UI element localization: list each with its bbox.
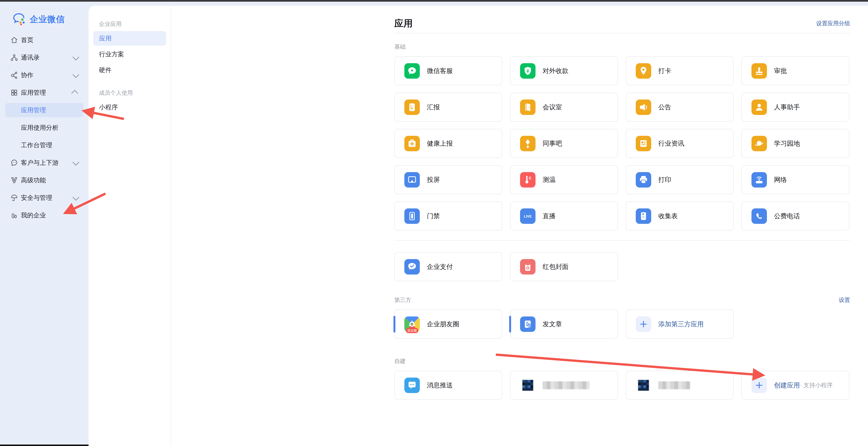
sidebar-item-label: 高级功能: [21, 176, 46, 184]
add-app-card-创建应用[interactable]: 创建应用 · 支持小程序: [741, 371, 849, 400]
app-name: 审批: [774, 67, 787, 75]
subnav-item-label: 行业方案: [99, 50, 124, 59]
sidebar-subitem-应用使用分析[interactable]: 应用使用分析: [0, 119, 89, 136]
article-icon: [520, 316, 535, 332]
section-divider: [394, 240, 850, 241]
app-name: 门禁: [427, 212, 440, 220]
subnav-section-header: 成员个人使用: [89, 87, 170, 99]
sidebar-item-首页[interactable]: 首页: [0, 31, 89, 49]
sidebar-item-label: 协作: [21, 71, 33, 79]
app-name: 企业朋友圈: [427, 320, 459, 329]
stamp-icon: [751, 63, 767, 79]
app-card-发文章[interactable]: 发文章: [510, 310, 618, 339]
redacted-app-card[interactable]: [626, 371, 734, 400]
sidebar-subitem-label: 工作台管理: [21, 141, 52, 149]
subnav-item-小程序[interactable]: 小程序: [89, 99, 170, 115]
app-name: 对外收款: [542, 67, 568, 75]
printer-icon: [636, 172, 651, 187]
medkit-icon: [404, 136, 420, 151]
section-action-link[interactable]: 设置: [839, 296, 850, 304]
app-name: 收集表: [658, 212, 678, 220]
app-card-打卡[interactable]: 打卡: [626, 56, 734, 85]
app-card-直播[interactable]: LIVE直播: [510, 202, 618, 231]
secondary-sidebar: 企业应用应用行业方案硬件成员个人使用小程序: [89, 6, 171, 446]
window-bottom-edge: [0, 445, 89, 446]
app-card-红包封面[interactable]: 红包封面: [510, 252, 618, 281]
app-card-健康上报[interactable]: 健康上报: [394, 129, 502, 158]
app-card-汇报[interactable]: 汇报: [394, 93, 502, 122]
app-name: 公费电话: [774, 212, 800, 220]
subnav-item-硬件[interactable]: 硬件: [89, 62, 170, 78]
app-name: 网络: [774, 175, 787, 184]
app-card-公费电话[interactable]: 公费电话: [741, 202, 849, 231]
subnav-item-行业方案[interactable]: 行业方案: [89, 46, 170, 62]
app-name: 学习园地: [774, 139, 800, 148]
app-name: 红包封面: [542, 263, 568, 271]
app-card-公告[interactable]: 公告: [626, 93, 734, 122]
svg-text:¥: ¥: [527, 68, 529, 73]
sidebar-subitem-工作台管理[interactable]: 工作台管理: [0, 136, 89, 154]
sidebar-item-安全与管理[interactable]: 安全与管理: [0, 189, 89, 207]
main-panel: 企业应用应用行业方案硬件成员个人使用小程序 应用 设置应用分组 基础微信客服¥对…: [89, 6, 868, 446]
app-card-投屏[interactable]: 投屏: [394, 165, 502, 194]
app-card-行业资讯[interactable]: 行业资讯: [626, 129, 734, 158]
primary-sidebar: 企业微信 首页通讯录协作应用管理应用管理应用使用分析工作台管理客户与上下游高级功…: [0, 2, 89, 446]
set-app-group-link[interactable]: 设置应用分组: [816, 20, 850, 27]
chat-icon: [404, 63, 420, 79]
subnav-item-label: 应用: [99, 34, 112, 43]
app-card-微信客服[interactable]: 微信客服: [394, 56, 502, 85]
app-card-对外收款[interactable]: ¥对外收款: [510, 56, 618, 85]
megaphone-icon: [636, 100, 651, 115]
app-card-学习园地[interactable]: 学习园地: [741, 129, 849, 158]
sidebar-item-协作[interactable]: 协作: [0, 66, 89, 84]
brand-logo[interactable]: 企业微信: [12, 12, 89, 26]
redacted-app-name: [658, 381, 690, 389]
app-card-打印[interactable]: 打印: [626, 165, 734, 194]
phone-icon: [751, 208, 767, 224]
brand-name: 企业微信: [30, 13, 65, 25]
sidebar-item-客户与上下游[interactable]: 客户与上下游: [0, 154, 89, 171]
app-card-企业支付[interactable]: 企业支付: [394, 252, 502, 281]
redacted-app-icon: [520, 378, 535, 393]
app-name: 消息推送: [427, 381, 453, 390]
cast-icon: [404, 172, 420, 187]
my-company-icon: [10, 211, 19, 219]
sidebar-subitem-应用管理-selected[interactable]: 应用管理: [5, 103, 84, 117]
app-name: 健康上报: [427, 139, 453, 148]
app-name: 打印: [658, 175, 671, 184]
app-card-网络[interactable]: 网络: [741, 165, 849, 194]
app-card-会议室[interactable]: 会议室: [510, 93, 618, 122]
content-area: 应用 设置应用分组 基础微信客服¥对外收款打卡审批汇报会议室公告人事助手健康上报…: [394, 6, 850, 400]
app-card-同事吧[interactable]: 同事吧: [510, 129, 618, 158]
sidebar-item-我的企业[interactable]: 我的企业: [0, 207, 89, 224]
sidebar-item-label: 客户与上下游: [21, 159, 59, 167]
add-app-card-添加第三方应用[interactable]: 添加第三方应用: [626, 310, 734, 339]
sidebar-item-高级功能[interactable]: 高级功能: [0, 171, 89, 189]
app-card-门禁[interactable]: 门禁: [394, 202, 502, 231]
section-label-自建: 自建: [394, 357, 406, 365]
app-card-测温[interactable]: 测温: [510, 165, 618, 194]
subnav-item-应用-selected[interactable]: 应用: [93, 31, 166, 46]
subnav-section-header: 企业应用: [89, 18, 170, 30]
app-name: 同事吧: [542, 139, 562, 148]
app-card-人事助手[interactable]: 人事助手: [741, 93, 849, 122]
thermometer-icon: [520, 172, 535, 187]
sidebar-item-应用管理[interactable]: 应用管理: [0, 84, 89, 101]
page-title: 应用: [394, 17, 413, 30]
content-header: 应用 设置应用分组: [394, 6, 850, 33]
news-icon: [636, 136, 651, 151]
app-name: 添加第三方应用: [658, 320, 704, 329]
section-header-row: 自建: [394, 357, 850, 365]
svg-text:LIVE: LIVE: [524, 214, 531, 218]
redacted-app-card[interactable]: [510, 371, 618, 400]
app-card-收集表[interactable]: 收集表: [626, 202, 734, 231]
app-name: 测温: [542, 175, 556, 184]
app-name: 人事助手: [774, 103, 800, 112]
app-card-企业朋友圈[interactable]: 朋友圈企业朋友圈: [394, 310, 502, 339]
app-card-审批[interactable]: 审批: [741, 56, 849, 85]
app-card-消息推送[interactable]: 消息推送: [394, 371, 502, 400]
sidebar-subitem-label: 应用管理: [21, 106, 46, 114]
wechat-work-logo-icon: [12, 12, 28, 26]
sidebar-item-通讯录[interactable]: 通讯录: [0, 49, 89, 66]
app-name: 会议室: [542, 103, 562, 112]
